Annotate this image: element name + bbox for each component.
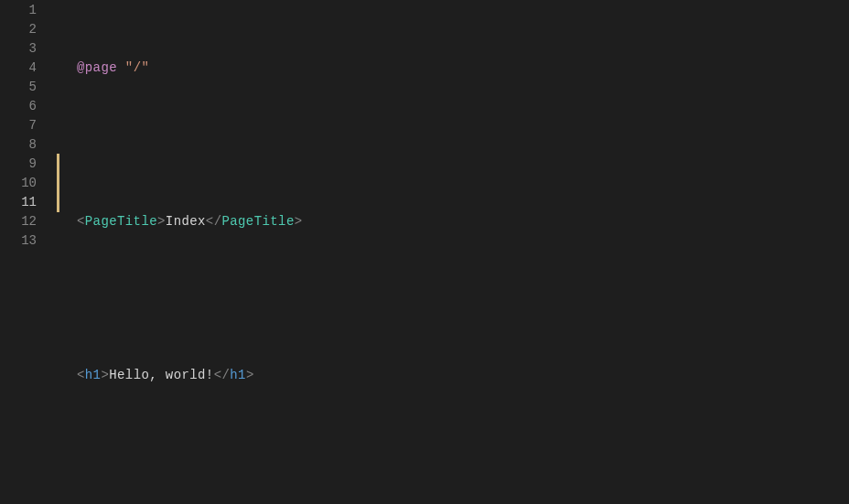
line-number: 4 (0, 59, 37, 78)
line-number: 5 (0, 78, 37, 97)
string-literal: "/" (125, 60, 149, 75)
line-number: 6 (0, 97, 37, 116)
code-area[interactable]: @page "/" <PageTitle>Index</PageTitle> <… (77, 0, 849, 504)
line-number: 13 (0, 231, 37, 251)
line-number-current: 11 (0, 193, 37, 212)
code-line[interactable]: <h1>Hello, world!</h1> (77, 366, 849, 385)
code-line[interactable] (77, 289, 849, 308)
line-number: 1 (0, 1, 37, 20)
code-line[interactable]: <PageTitle>Index</PageTitle> (77, 212, 849, 231)
code-line[interactable]: @page "/" (77, 59, 849, 78)
razor-directive: @page (77, 60, 117, 75)
line-number: 12 (0, 212, 37, 231)
line-number: 9 (0, 155, 37, 174)
line-number-gutter: 1 2 3 4 5 6 7 8 9 10 11 12 13 (0, 0, 57, 504)
line-number: 3 (0, 39, 37, 59)
code-line[interactable] (77, 135, 849, 155)
line-number: 10 (0, 174, 37, 193)
html-tag: h1 (85, 368, 102, 382)
component-tag: PageTitle (85, 214, 157, 229)
line-number: 7 (0, 116, 37, 135)
modified-indicator (57, 154, 59, 212)
line-number: 8 (0, 135, 37, 155)
code-line[interactable] (77, 443, 849, 462)
decoration-column (57, 0, 77, 504)
line-number: 2 (0, 20, 37, 39)
code-editor[interactable]: 1 2 3 4 5 6 7 8 9 10 11 12 13 @page "/" … (0, 0, 849, 504)
